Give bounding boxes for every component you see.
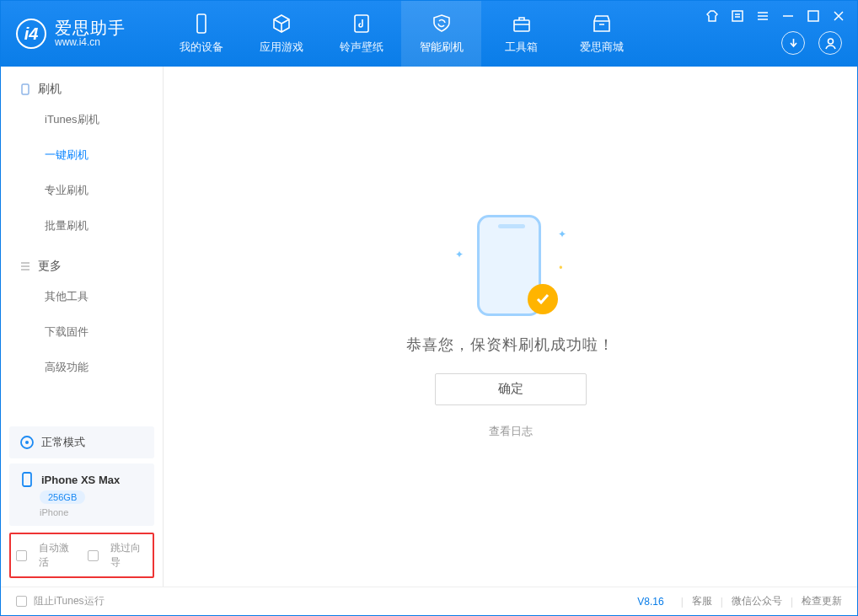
view-log-link[interactable]: 查看日志 (489, 424, 533, 439)
menu-button[interactable] (756, 9, 770, 23)
phone-small-icon (19, 83, 31, 95)
svg-rect-5 (808, 11, 818, 21)
skin-button[interactable] (705, 9, 719, 23)
maximize-icon (807, 10, 819, 22)
sidebar-section-flash: 刷机 (1, 67, 163, 102)
footer: 阻止iTunes运行 V8.16 | 客服 | 微信公众号 | 检查更新 (1, 587, 857, 615)
check-update-link[interactable]: 检查更新 (802, 594, 842, 608)
ok-button[interactable]: 确定 (435, 373, 587, 405)
main-content: ✦ ✦ • 恭喜您，保资料刷机成功啦！ 确定 查看日志 (164, 67, 857, 587)
minimize-icon (782, 10, 794, 22)
tab-label: 爱思商城 (580, 40, 624, 55)
device-mode-card[interactable]: 正常模式 (9, 426, 154, 458)
header: i4 爱思助手 www.i4.cn 我的设备 应用游戏 铃声壁纸 智能刷机 工具… (1, 1, 857, 67)
sidebar-bottom: 正常模式 iPhone XS Max 256GB iPhone 自动激活 跳过向… (1, 421, 163, 587)
window-controls (705, 9, 845, 23)
version-label: V8.16 (637, 596, 663, 608)
app-name-cn: 爱思助手 (55, 19, 126, 37)
minimize-button[interactable] (781, 9, 795, 23)
tab-label: 铃声壁纸 (340, 40, 383, 55)
music-file-icon (351, 13, 373, 35)
user-button[interactable] (818, 31, 842, 55)
tab-label: 应用游戏 (260, 40, 303, 55)
body: 刷机 iTunes刷机 一键刷机 专业刷机 批量刷机 更多 其他工具 下载固件 … (1, 67, 857, 587)
divider: | (791, 596, 793, 608)
refresh-shield-icon (431, 13, 453, 35)
svg-point-8 (25, 441, 29, 444)
shirt-icon (706, 10, 718, 22)
checkbox-auto-activate[interactable] (16, 550, 27, 561)
shop-icon (591, 13, 613, 35)
device-name: iPhone XS Max (41, 474, 120, 486)
sparkle-icon: ✦ (455, 249, 464, 260)
sidebar-item-oneclick-flash[interactable]: 一键刷机 (1, 137, 163, 173)
main-tabs: 我的设备 应用游戏 铃声壁纸 智能刷机 工具箱 爱思商城 (161, 1, 641, 67)
svg-rect-0 (197, 14, 206, 33)
maximize-button[interactable] (807, 9, 820, 23)
tab-device[interactable]: 我的设备 (161, 1, 241, 67)
sidebar-item-other-tools[interactable]: 其他工具 (1, 279, 163, 314)
menu-icon (757, 10, 769, 22)
divider: | (721, 596, 723, 608)
cube-icon (271, 13, 292, 35)
svg-point-3 (828, 39, 833, 44)
tab-apps[interactable]: 应用游戏 (241, 1, 321, 67)
wechat-link[interactable]: 微信公众号 (732, 594, 782, 608)
mode-icon (19, 435, 35, 450)
success-message: 恭喜您，保资料刷机成功啦！ (406, 335, 614, 355)
check-icon (535, 292, 550, 307)
device-capacity: 256GB (40, 490, 85, 504)
sidebar-item-download-firmware[interactable]: 下载固件 (1, 314, 163, 350)
sidebar-item-advanced[interactable]: 高级功能 (1, 350, 163, 385)
download-button[interactable] (781, 31, 805, 55)
checkbox-skip-guide[interactable] (88, 550, 99, 561)
block-itunes-label: 阻止iTunes运行 (34, 594, 105, 608)
tab-flash[interactable]: 智能刷机 (401, 1, 481, 67)
phone-outline-icon (19, 472, 35, 487)
tab-label: 工具箱 (505, 40, 538, 55)
sidebar: 刷机 iTunes刷机 一键刷机 专业刷机 批量刷机 更多 其他工具 下载固件 … (1, 67, 164, 587)
checkbox-block-itunes[interactable] (16, 596, 27, 607)
svg-rect-9 (23, 473, 31, 486)
opt-auto-activate-label: 自动激活 (39, 541, 76, 570)
check-badge (528, 284, 558, 314)
toolbox-icon (511, 13, 533, 35)
sparkle-icon: • (559, 262, 562, 274)
tab-ringtone[interactable]: 铃声壁纸 (321, 1, 401, 67)
tab-tools[interactable]: 工具箱 (481, 1, 561, 67)
device-sub: iPhone (40, 507, 68, 517)
tab-store[interactable]: 爱思商城 (561, 1, 641, 67)
feedback-button[interactable] (731, 9, 744, 23)
logo-text: 爱思助手 www.i4.cn (55, 19, 126, 48)
sidebar-item-itunes-flash[interactable]: iTunes刷机 (1, 102, 163, 137)
note-icon (732, 10, 743, 22)
svg-rect-4 (732, 11, 743, 21)
device-card[interactable]: iPhone XS Max 256GB iPhone (9, 463, 154, 526)
tab-label: 智能刷机 (420, 40, 464, 55)
device-icon (190, 13, 212, 35)
list-icon (19, 260, 31, 272)
svg-rect-6 (22, 84, 29, 94)
header-right-buttons (781, 31, 842, 55)
close-icon (833, 10, 845, 22)
svg-rect-2 (514, 20, 529, 31)
flash-options-row: 自动激活 跳过向导 (9, 533, 154, 578)
svg-rect-1 (355, 15, 368, 32)
sidebar-section-more: 更多 (1, 244, 163, 279)
divider: | (681, 596, 684, 608)
opt-skip-guide-label: 跳过向导 (110, 541, 147, 570)
tab-label: 我的设备 (180, 40, 223, 55)
mode-label: 正常模式 (41, 435, 85, 450)
sidebar-item-pro-flash[interactable]: 专业刷机 (1, 173, 163, 208)
support-link[interactable]: 客服 (692, 594, 712, 608)
app-name-en: www.i4.cn (55, 37, 126, 48)
sparkle-icon: ✦ (558, 228, 566, 240)
sidebar-item-batch-flash[interactable]: 批量刷机 (1, 208, 163, 244)
logo-icon: i4 (16, 19, 46, 49)
section-label: 刷机 (38, 82, 62, 97)
user-icon (824, 37, 837, 50)
success-illustration: ✦ ✦ • (460, 215, 561, 316)
section-label: 更多 (38, 259, 62, 274)
app-logo[interactable]: i4 爱思助手 www.i4.cn (1, 19, 161, 49)
close-button[interactable] (832, 9, 845, 23)
